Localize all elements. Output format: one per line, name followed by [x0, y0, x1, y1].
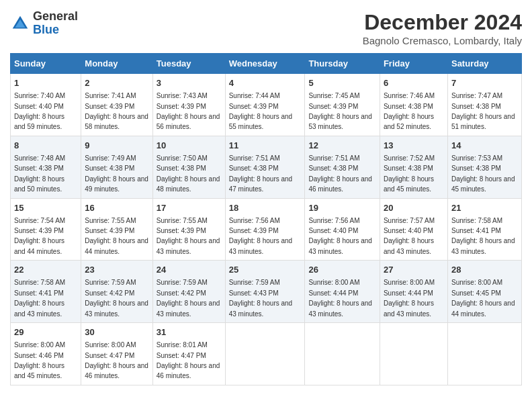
sunset-info: Sunset: 4:41 PM [451, 227, 501, 234]
daylight-info: Daylight: 8 hours and 50 minutes. [14, 175, 64, 193]
sunset-info: Sunset: 4:39 PM [157, 227, 206, 234]
day-number: 9 [85, 140, 148, 152]
day-number: 12 [308, 140, 376, 152]
daylight-info: Daylight: 8 hours and 43 minutes. [451, 237, 515, 255]
daylight-info: Daylight: 8 hours and 46 minutes. [157, 362, 220, 379]
logo-general-text: General [33, 10, 78, 24]
calendar-cell: 21Sunrise: 7:58 AMSunset: 4:41 PMDayligh… [447, 198, 521, 261]
sunset-info: Sunset: 4:39 PM [85, 103, 134, 110]
calendar-cell: 25Sunrise: 7:59 AMSunset: 4:43 PMDayligh… [225, 261, 305, 323]
logo-blue-text: Blue [33, 24, 78, 37]
day-number: 7 [451, 77, 518, 89]
day-number: 1 [14, 77, 77, 89]
sunset-info: Sunset: 4:43 PM [229, 289, 279, 297]
sunrise-info: Sunrise: 7:53 AM [451, 154, 502, 162]
day-number: 8 [14, 140, 77, 152]
sunset-info: Sunset: 4:40 PM [308, 227, 358, 234]
sunset-info: Sunset: 4:45 PM [451, 289, 501, 297]
calendar-cell: 11Sunrise: 7:51 AMSunset: 4:38 PMDayligh… [225, 136, 305, 198]
col-wednesday: Wednesday [225, 54, 305, 74]
calendar-cell: 10Sunrise: 7:50 AMSunset: 4:38 PMDayligh… [152, 136, 225, 198]
calendar-cell: 12Sunrise: 7:51 AMSunset: 4:38 PMDayligh… [305, 136, 380, 198]
sunset-info: Sunset: 4:42 PM [157, 289, 206, 297]
daylight-info: Daylight: 8 hours and 55 minutes. [229, 113, 293, 130]
day-number: 21 [451, 202, 518, 214]
day-number: 17 [157, 202, 222, 214]
month-title: December 2024 [363, 10, 522, 35]
calendar-cell: 31Sunrise: 8:01 AMSunset: 4:47 PMDayligh… [152, 323, 225, 385]
sunrise-info: Sunrise: 7:50 AM [157, 154, 208, 162]
daylight-info: Daylight: 8 hours and 46 minutes. [308, 175, 372, 193]
day-number: 23 [85, 264, 148, 276]
daylight-info: Daylight: 8 hours and 43 minutes. [14, 300, 64, 317]
calendar-cell: 24Sunrise: 7:59 AMSunset: 4:42 PMDayligh… [152, 261, 225, 323]
sunrise-info: Sunrise: 7:54 AM [14, 217, 65, 224]
daylight-info: Daylight: 8 hours and 43 minutes. [384, 300, 434, 317]
calendar-cell: 27Sunrise: 8:00 AMSunset: 4:44 PMDayligh… [380, 261, 447, 323]
col-tuesday: Tuesday [152, 54, 225, 74]
logo-icon [10, 13, 30, 34]
daylight-info: Daylight: 8 hours and 52 minutes. [384, 113, 434, 130]
calendar-week-3: 15Sunrise: 7:54 AMSunset: 4:39 PMDayligh… [11, 198, 522, 261]
day-number: 26 [308, 264, 376, 276]
calendar-cell: 17Sunrise: 7:55 AMSunset: 4:39 PMDayligh… [152, 198, 225, 261]
calendar-cell [225, 323, 305, 385]
location-title: Bagnolo Cremasco, Lombardy, Italy [363, 35, 522, 46]
daylight-info: Daylight: 8 hours and 43 minutes. [85, 300, 148, 317]
calendar-cell: 9Sunrise: 7:49 AMSunset: 4:38 PMDaylight… [81, 136, 152, 198]
calendar-cell [447, 323, 521, 385]
day-number: 4 [229, 77, 302, 89]
sunrise-info: Sunrise: 7:59 AM [229, 279, 280, 286]
sunrise-info: Sunrise: 7:46 AM [384, 92, 435, 99]
daylight-info: Daylight: 8 hours and 43 minutes. [384, 237, 434, 255]
col-thursday: Thursday [305, 54, 380, 74]
sunrise-info: Sunrise: 7:56 AM [308, 217, 359, 224]
calendar-cell: 26Sunrise: 8:00 AMSunset: 4:44 PMDayligh… [305, 261, 380, 323]
day-number: 15 [14, 202, 77, 214]
calendar-cell: 23Sunrise: 7:59 AMSunset: 4:42 PMDayligh… [81, 261, 152, 323]
sunrise-info: Sunrise: 7:43 AM [157, 92, 208, 99]
calendar-cell: 7Sunrise: 7:47 AMSunset: 4:38 PMDaylight… [447, 74, 521, 136]
sunrise-info: Sunrise: 7:58 AM [14, 279, 65, 286]
calendar-cell [380, 323, 447, 385]
day-number: 5 [308, 77, 376, 89]
sunrise-info: Sunrise: 7:47 AM [451, 92, 502, 99]
day-number: 31 [157, 326, 222, 338]
daylight-info: Daylight: 8 hours and 45 minutes. [384, 175, 434, 193]
calendar-cell: 19Sunrise: 7:56 AMSunset: 4:40 PMDayligh… [305, 198, 380, 261]
daylight-info: Daylight: 8 hours and 48 minutes. [157, 175, 220, 193]
calendar-cell: 8Sunrise: 7:48 AMSunset: 4:38 PMDaylight… [11, 136, 81, 198]
calendar-week-2: 8Sunrise: 7:48 AMSunset: 4:38 PMDaylight… [11, 136, 522, 198]
day-number: 19 [308, 202, 376, 214]
daylight-info: Daylight: 8 hours and 44 minutes. [85, 237, 148, 255]
sunset-info: Sunset: 4:42 PM [85, 289, 134, 297]
sunset-info: Sunset: 4:38 PM [157, 165, 206, 172]
day-number: 11 [229, 140, 302, 152]
daylight-info: Daylight: 8 hours and 43 minutes. [157, 300, 220, 317]
sunset-info: Sunset: 4:47 PM [85, 352, 134, 359]
sunrise-info: Sunrise: 7:55 AM [157, 217, 208, 224]
col-sunday: Sunday [11, 54, 81, 74]
day-number: 30 [85, 326, 148, 338]
daylight-info: Daylight: 8 hours and 53 minutes. [308, 113, 372, 130]
calendar-cell: 28Sunrise: 8:00 AMSunset: 4:45 PMDayligh… [447, 261, 521, 323]
sunrise-info: Sunrise: 7:41 AM [85, 92, 136, 99]
col-monday: Monday [81, 54, 152, 74]
sunset-info: Sunset: 4:39 PM [14, 227, 64, 234]
daylight-info: Daylight: 8 hours and 43 minutes. [229, 300, 293, 317]
calendar-cell: 14Sunrise: 7:53 AMSunset: 4:38 PMDayligh… [447, 136, 521, 198]
day-number: 25 [229, 264, 302, 276]
calendar-cell: 3Sunrise: 7:43 AMSunset: 4:39 PMDaylight… [152, 74, 225, 136]
sunset-info: Sunset: 4:38 PM [384, 165, 433, 172]
sunrise-info: Sunrise: 7:57 AM [384, 217, 435, 224]
sunset-info: Sunset: 4:38 PM [451, 103, 501, 110]
day-number: 28 [451, 264, 518, 276]
sunset-info: Sunset: 4:47 PM [157, 352, 206, 359]
daylight-info: Daylight: 8 hours and 43 minutes. [157, 237, 220, 255]
calendar-header: Sunday Monday Tuesday Wednesday Thursday… [11, 54, 522, 74]
sunrise-info: Sunrise: 8:00 AM [85, 341, 136, 349]
day-number: 14 [451, 140, 518, 152]
header-row: Sunday Monday Tuesday Wednesday Thursday… [11, 54, 522, 74]
sunrise-info: Sunrise: 8:00 AM [308, 279, 359, 286]
daylight-info: Daylight: 8 hours and 43 minutes. [308, 300, 372, 317]
